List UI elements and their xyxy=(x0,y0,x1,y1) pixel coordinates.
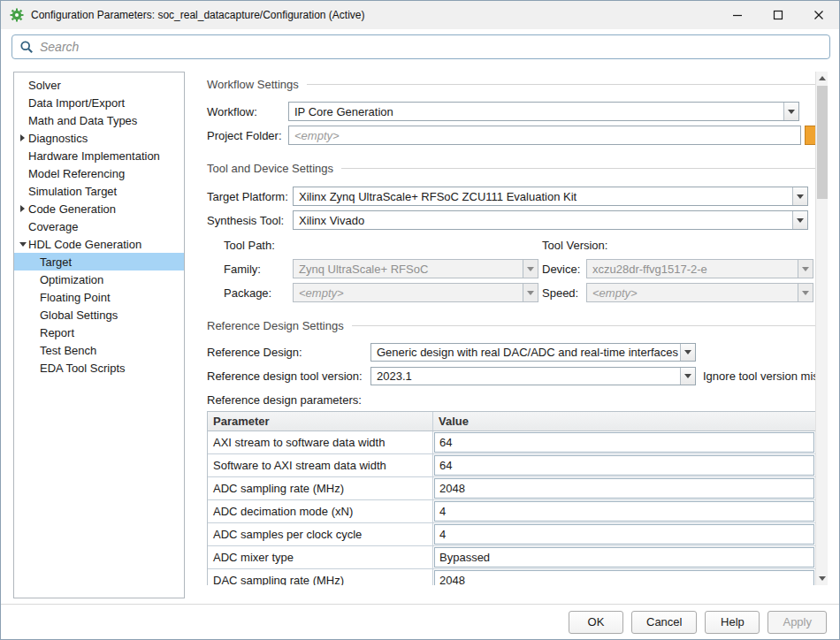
reference-design-row: Reference Design: Generic design with re… xyxy=(207,343,815,362)
table-row: DAC sampling rate (MHz) 2048 xyxy=(208,569,815,585)
scrollbar-thumb[interactable] xyxy=(817,86,828,199)
chevron-right-icon[interactable] xyxy=(17,134,28,141)
sidebar-item-model-referencing[interactable]: Model Referencing xyxy=(14,164,184,182)
cancel-button[interactable]: Cancel xyxy=(631,611,697,634)
reference-design-label: Reference Design: xyxy=(207,346,370,359)
project-folder-row: Project Folder: xyxy=(207,126,815,145)
sidebar-item-code-generation[interactable]: Code Generation xyxy=(14,200,184,217)
sidebar-item-hardware-implementation[interactable]: Hardware Implementation xyxy=(14,147,184,164)
device-label: Device: xyxy=(542,263,586,276)
package-label: Package: xyxy=(224,286,293,300)
parameter-name: ADC mixer type xyxy=(208,546,433,568)
close-button[interactable] xyxy=(798,1,839,29)
parameter-value-field[interactable]: 4 xyxy=(434,524,814,545)
simulink-config-icon xyxy=(10,8,24,22)
sidebar-item-target[interactable]: Target xyxy=(14,253,184,270)
workflow-row: Workflow: IP Core Generation xyxy=(207,102,815,121)
workflow-settings-heading: Workflow Settings xyxy=(207,77,815,91)
chevron-down-icon xyxy=(523,284,538,301)
chevron-down-icon[interactable] xyxy=(680,368,695,385)
scroll-down-button[interactable] xyxy=(816,572,828,585)
search-icon xyxy=(19,40,34,54)
parameter-name: Software to AXI stream data width xyxy=(208,454,433,476)
parameter-name: ADC decimation mode (xN) xyxy=(208,500,433,522)
reference-parameters-table: Parameter Value AXI stream to software d… xyxy=(207,411,815,585)
reference-design-dropdown[interactable]: Generic design with real DAC/ADC and rea… xyxy=(370,343,696,362)
browse-button[interactable] xyxy=(805,126,815,145)
table-row: ADC mixer type Bypassed xyxy=(208,546,815,569)
table-row: ADC sampling rate (MHz) 2048 xyxy=(208,477,815,500)
window-controls xyxy=(717,1,839,29)
table-row: ADC decimation mode (xN) 4 xyxy=(208,500,815,523)
parameter-value-field[interactable]: 2048 xyxy=(434,570,814,585)
table-row: Software to AXI stream data width 64 xyxy=(208,454,815,477)
sidebar-item-test-bench[interactable]: Test Bench xyxy=(14,341,184,359)
parameter-value-field[interactable]: 2048 xyxy=(434,478,814,499)
reference-design-settings-heading: Reference Design Settings xyxy=(207,318,815,332)
scroll-up-button[interactable] xyxy=(816,72,828,85)
search-input[interactable] xyxy=(40,40,822,54)
chevron-right-icon[interactable] xyxy=(17,205,28,212)
sidebar-item-coverage[interactable]: Coverage xyxy=(14,217,184,235)
arrow-up-icon xyxy=(819,76,826,80)
sidebar-item-solver[interactable]: Solver xyxy=(14,76,184,94)
reference-tool-version-dropdown[interactable]: 2023.1 xyxy=(370,367,696,385)
parameter-name: AXI stream to software data width xyxy=(208,431,433,453)
chevron-down-icon[interactable] xyxy=(680,344,695,361)
ignore-tool-version-mismatch-label[interactable]: Ignore tool version mismatch xyxy=(703,370,815,383)
vertical-scrollbar[interactable] xyxy=(815,72,828,585)
parameter-value-field[interactable]: 64 xyxy=(434,455,814,476)
parameter-column-header[interactable]: Parameter xyxy=(208,412,433,430)
parameter-value-field[interactable]: Bypassed xyxy=(434,547,814,568)
parameter-value-field[interactable]: 64 xyxy=(434,432,814,453)
family-dropdown: Zynq UltraScale+ RFSoC xyxy=(293,259,538,278)
value-column-header[interactable]: Value xyxy=(433,412,815,430)
maximize-button[interactable] xyxy=(758,1,798,29)
parameter-name: ADC sampling rate (MHz) xyxy=(208,477,433,499)
reference-tool-version-label: Reference design tool version: xyxy=(207,370,370,383)
minimize-button[interactable] xyxy=(717,1,758,29)
tool-path-label: Tool Path: xyxy=(224,239,542,252)
ok-button[interactable]: OK xyxy=(569,611,623,634)
sidebar-item-floating-point[interactable]: Floating Point xyxy=(14,288,184,306)
chevron-down-icon xyxy=(523,260,538,278)
close-icon xyxy=(813,10,824,20)
package-speed-row: Package: <empty> Speed: <empty> xyxy=(207,283,815,302)
search-row xyxy=(11,34,830,59)
sidebar-item-math-and-data-types[interactable]: Math and Data Types xyxy=(14,111,184,129)
parameter-name: ADC samples per clock cycle xyxy=(208,523,433,545)
chevron-down-icon[interactable] xyxy=(17,242,28,247)
table-row: ADC samples per clock cycle 4 xyxy=(208,523,815,546)
tool-device-settings-heading: Tool and Device Settings xyxy=(207,161,815,175)
project-folder-label: Project Folder: xyxy=(207,129,288,142)
sidebar-item-hdl-code-generation[interactable]: HDL Code Generation xyxy=(14,235,184,253)
search-box[interactable] xyxy=(11,34,830,59)
family-device-row: Family: Zynq UltraScale+ RFSoC Device: x… xyxy=(207,259,815,278)
speed-dropdown: <empty> xyxy=(586,283,813,302)
sidebar-item-diagnostics[interactable]: Diagnostics xyxy=(14,129,184,147)
sidebar-item-eda-tool-scripts[interactable]: EDA Tool Scripts xyxy=(14,359,184,377)
chevron-down-icon[interactable] xyxy=(792,211,807,229)
chevron-down-icon[interactable] xyxy=(783,103,798,120)
reference-parameters-label: Reference design parameters: xyxy=(207,393,362,407)
workflow-label: Workflow: xyxy=(207,105,288,118)
sidebar-item-global-settings[interactable]: Global Settings xyxy=(14,306,184,324)
sidebar-item-report[interactable]: Report xyxy=(14,324,184,341)
project-folder-input[interactable] xyxy=(288,126,801,145)
device-dropdown: xczu28dr-ffvg1517-2-e xyxy=(586,259,813,278)
synthesis-tool-label: Synthesis Tool: xyxy=(207,214,293,227)
target-platform-dropdown[interactable]: Xilinx Zynq UltraScale+ RFSoC ZCU111 Eva… xyxy=(293,187,808,206)
workflow-dropdown[interactable]: IP Core Generation xyxy=(288,102,799,121)
table-header-row: Parameter Value xyxy=(208,412,815,431)
maximize-icon xyxy=(773,10,783,20)
window-title: Configuration Parameters: soc_real_datac… xyxy=(31,9,365,21)
chevron-down-icon[interactable] xyxy=(792,187,807,205)
target-settings-content: Workflow Settings Workflow: IP Core Gene… xyxy=(200,72,815,585)
sidebar-item-optimization[interactable]: Optimization xyxy=(14,270,184,288)
sidebar-item-simulation-target[interactable]: Simulation Target xyxy=(14,182,184,200)
sidebar-item-data-import-export[interactable]: Data Import/Export xyxy=(14,94,184,111)
help-button[interactable]: Help xyxy=(705,611,760,634)
synthesis-tool-dropdown[interactable]: Xilinx Vivado xyxy=(293,210,808,230)
parameter-value-field[interactable]: 4 xyxy=(434,501,814,522)
category-tree: Solver Data Import/Export Math and Data … xyxy=(13,72,185,598)
